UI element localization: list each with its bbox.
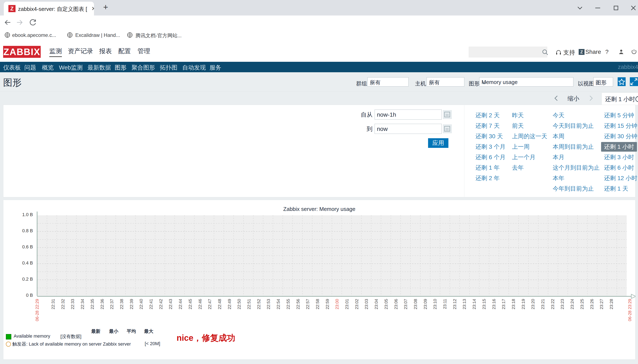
apply-button[interactable]: 应用 bbox=[428, 138, 449, 148]
nav-item-报表[interactable]: 报表 bbox=[99, 47, 112, 56]
close-tab-icon[interactable]: ✕ bbox=[91, 6, 94, 12]
clock-icon bbox=[635, 96, 638, 104]
time-range-还剩 30 分钟[interactable]: 还剩 30 分钟 bbox=[604, 132, 637, 140]
zabbix-favicon-icon: Z bbox=[9, 5, 16, 12]
subnav-item-图形[interactable]: 图形 bbox=[115, 64, 126, 73]
filter-view-select[interactable]: 图形 bbox=[593, 77, 613, 86]
global-search-input[interactable] bbox=[469, 47, 547, 58]
time-range-还剩 6 个月[interactable]: 还剩 6 个月 bbox=[476, 153, 505, 161]
new-tab-button[interactable]: + bbox=[103, 3, 108, 11]
time-range-还剩 1 天[interactable]: 还剩 1 天 bbox=[604, 185, 628, 193]
time-range-还剩 2 年[interactable]: 还剩 2 年 bbox=[476, 174, 500, 182]
reload-icon[interactable] bbox=[29, 18, 37, 28]
time-range-本周到目前为止[interactable]: 本周到目前为止 bbox=[553, 143, 594, 151]
time-range-还剩 6 小时[interactable]: 还剩 6 小时 bbox=[604, 164, 634, 172]
nav-item-配置[interactable]: 配置 bbox=[118, 47, 131, 56]
time-range-还剩 5 分钟[interactable]: 还剩 5 分钟 bbox=[604, 112, 634, 120]
to-input[interactable]: now bbox=[375, 124, 442, 134]
time-range-今天[interactable]: 今天 bbox=[553, 112, 564, 120]
x-axis-tick-label: 23:13 bbox=[462, 299, 467, 309]
x-axis-tick-label: 22:36 bbox=[100, 299, 105, 309]
add-to-favorites-button[interactable] bbox=[618, 77, 626, 86]
subnav-item-最新数据[interactable]: 最新数据 bbox=[87, 64, 111, 72]
subnav-item-自动发现[interactable]: 自动发现 bbox=[182, 64, 206, 72]
x-axis-range-start-label: 06-28 22:29 bbox=[35, 299, 40, 321]
time-range-还剩 15 分钟[interactable]: 还剩 15 分钟 bbox=[604, 122, 637, 130]
back-icon[interactable] bbox=[3, 18, 12, 28]
from-value: now-1h bbox=[377, 112, 396, 118]
x-axis-tick-label: 22:45 bbox=[188, 299, 193, 309]
legend-column-header: 最大 bbox=[136, 328, 161, 334]
fullscreen-button[interactable] bbox=[630, 77, 638, 86]
subnav-item-Web监测[interactable]: Web监测 bbox=[59, 64, 83, 72]
subnav-item-聚合图形[interactable]: 聚合图形 bbox=[131, 64, 155, 72]
excalidraw-icon[interactable] bbox=[67, 32, 73, 39]
time-prev-icon[interactable] bbox=[553, 95, 560, 102]
nav-item-监测[interactable]: 监测 bbox=[49, 47, 62, 57]
close-window-icon[interactable] bbox=[629, 4, 637, 12]
zabbix-logo[interactable]: ZABBIX bbox=[3, 46, 41, 58]
legend-threshold-marker bbox=[6, 342, 11, 346]
globe-icon[interactable] bbox=[4, 32, 11, 39]
time-range-今年到目前为止[interactable]: 今年到目前为止 bbox=[553, 185, 594, 193]
bookmarks-bar: ebook.apecome.c...Excalidraw | Hand...腾讯… bbox=[0, 29, 638, 41]
x-axis-tick-label: 22:53 bbox=[266, 299, 271, 309]
forward-icon[interactable] bbox=[15, 18, 24, 28]
time-range-上一周[interactable]: 上一周 bbox=[512, 143, 530, 151]
share-link[interactable]: ZShare bbox=[579, 48, 601, 55]
tencent-docs-icon[interactable] bbox=[127, 32, 133, 39]
subnav-item-概览[interactable]: 概览 bbox=[42, 64, 54, 72]
x-axis-tick-label: 23:06 bbox=[394, 299, 398, 309]
x-axis-tick-label: 22:38 bbox=[119, 299, 124, 309]
time-range-上周的这一天[interactable]: 上周的这一天 bbox=[512, 132, 547, 140]
zoom-out-button[interactable]: 缩小 bbox=[567, 95, 579, 102]
time-range-还剩 2 天[interactable]: 还剩 2 天 bbox=[476, 112, 500, 120]
support-link[interactable]: 支持 bbox=[555, 48, 575, 56]
subnav-item-问题[interactable]: 问题 bbox=[24, 64, 36, 72]
time-range-本年[interactable]: 本年 bbox=[553, 174, 564, 182]
x-axis-tick-label: 23:18 bbox=[511, 299, 516, 309]
time-range-昨天[interactable]: 昨天 bbox=[512, 112, 524, 120]
sign-out-icon[interactable] bbox=[630, 48, 637, 56]
time-range-还剩 3 个月[interactable]: 还剩 3 个月 bbox=[476, 143, 505, 151]
tab-search-chevron-down-icon[interactable] bbox=[576, 4, 584, 12]
minimize-window-icon[interactable] bbox=[593, 4, 602, 12]
time-range-前天[interactable]: 前天 bbox=[512, 122, 524, 130]
subnav-item-仪表板[interactable]: 仪表板 bbox=[3, 64, 21, 72]
time-range-本周[interactable]: 本周 bbox=[553, 132, 564, 140]
time-range-这个月到目前为止[interactable]: 这个月到目前为止 bbox=[553, 164, 600, 172]
from-input[interactable]: now-1h bbox=[375, 110, 442, 120]
filter-host-select[interactable]: 所有 bbox=[427, 77, 464, 86]
browser-tab[interactable]: Z zabbix4-server: 自定义图表 [每 ✕ bbox=[4, 2, 94, 16]
subnav-item-拓扑图[interactable]: 拓扑图 bbox=[160, 64, 177, 72]
from-calendar-icon[interactable] bbox=[443, 110, 452, 119]
time-range-今天到目前为止[interactable]: 今天到目前为止 bbox=[553, 122, 594, 130]
search-icon[interactable] bbox=[542, 48, 549, 56]
time-range-tab[interactable]: 还剩 1 小时 bbox=[601, 92, 638, 105]
time-range-本月[interactable]: 本月 bbox=[553, 153, 564, 161]
user-profile-icon[interactable] bbox=[618, 48, 625, 56]
time-range-还剩 12 小时[interactable]: 还剩 12 小时 bbox=[604, 174, 637, 182]
filter-graph-select[interactable]: Memory usage bbox=[479, 77, 573, 86]
time-range-上一个月[interactable]: 上一个月 bbox=[512, 153, 535, 161]
bookmark-item[interactable]: ebook.apecome.c... bbox=[12, 32, 56, 38]
nav-item-管理[interactable]: 管理 bbox=[138, 47, 150, 56]
time-range-还剩 1 小时[interactable]: 还剩 1 小时 bbox=[601, 142, 637, 152]
x-axis-tick-label: 23:05 bbox=[384, 299, 389, 309]
nav-item-资产记录[interactable]: 资产记录 bbox=[68, 47, 93, 56]
time-next-icon[interactable] bbox=[587, 95, 594, 102]
bookmark-item[interactable]: Excalidraw | Hand... bbox=[75, 32, 120, 38]
subnav-item-服务[interactable]: 服务 bbox=[209, 64, 221, 72]
time-range-去年[interactable]: 去年 bbox=[512, 164, 524, 172]
y-axis-tick-label: 1.0 B bbox=[2, 212, 33, 218]
time-range-还剩 1 年[interactable]: 还剩 1 年 bbox=[476, 164, 500, 172]
maximize-window-icon[interactable] bbox=[612, 4, 620, 12]
legend-threshold-name: 触发器: Lack of available memory on server … bbox=[12, 341, 131, 347]
help-link[interactable]: ? bbox=[605, 48, 609, 55]
filter-group-select[interactable]: 所有 bbox=[367, 77, 408, 86]
time-range-还剩 7 天[interactable]: 还剩 7 天 bbox=[476, 122, 500, 130]
to-calendar-icon[interactable] bbox=[443, 124, 452, 133]
time-range-还剩 30 天[interactable]: 还剩 30 天 bbox=[476, 132, 503, 140]
time-range-还剩 3 小时[interactable]: 还剩 3 小时 bbox=[604, 153, 634, 161]
bookmark-item[interactable]: 腾讯文档-官方网站... bbox=[135, 32, 182, 39]
